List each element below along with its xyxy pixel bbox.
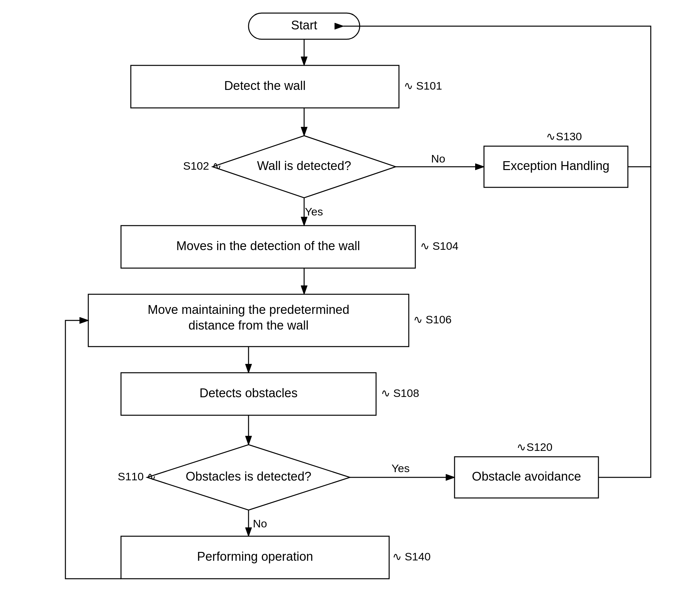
no-label-s102: No [431, 152, 445, 165]
s106-label-line2: distance from the wall [188, 318, 309, 332]
s106-label-line1: Move maintaining the predetermined [148, 303, 350, 316]
s120-step: S120 [526, 441, 552, 453]
s130-wavy: ∿ [546, 130, 555, 142]
flowchart-container: Start Detect the wall ∿ S101 Wall is det… [0, 0, 690, 616]
s110-label: Obstacles is detected? [186, 469, 311, 483]
s120-wavy: ∿ [517, 441, 526, 453]
yes-label-s102: Yes [305, 205, 323, 218]
arrow-s140-s106 [65, 321, 121, 579]
s104-label: Moves in the detection of the wall [176, 239, 360, 253]
s102-step: S102 ∿ [183, 159, 221, 172]
s102-label: Wall is detected? [257, 159, 351, 173]
s104-step: ∿ S104 [420, 240, 458, 252]
s108-label: Detects obstacles [199, 386, 298, 400]
s130-step: S130 [556, 130, 582, 142]
s108-step: ∿ S108 [381, 387, 419, 399]
start-label: Start [291, 18, 318, 32]
s130-label: Exception Handling [502, 159, 609, 173]
s120-label: Obstacle avoidance [472, 469, 581, 483]
no-label-s110: No [253, 517, 267, 530]
s110-step: S110 ∿ [118, 470, 156, 483]
yes-label-s110: Yes [391, 462, 409, 475]
s140-step: ∿ S140 [392, 550, 431, 563]
arrow-s120-back [599, 167, 651, 477]
s106-step: ∿ S106 [413, 313, 452, 326]
s140-label: Performing operation [197, 550, 313, 563]
s101-step: ∿ S101 [404, 80, 442, 92]
s101-label: Detect the wall [224, 79, 305, 92]
